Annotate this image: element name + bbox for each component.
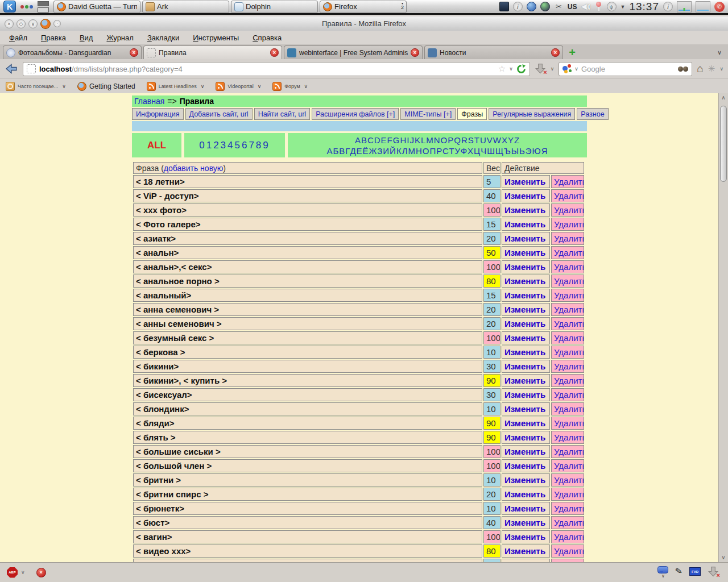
edit-link[interactable]: Изменить [504,305,545,314]
rules-nav-tab[interactable]: Информация [132,108,184,120]
window-menu-button[interactable]: · [53,20,61,27]
delete-link[interactable]: Удалить [554,390,584,400]
delete-link[interactable]: Удалить [554,347,584,357]
launcher-dots-icon[interactable] [20,5,33,9]
stop-download-button[interactable]: × [535,63,546,74]
delete-link[interactable]: Удалить [554,333,584,343]
rules-nav-tab[interactable]: Фразы [457,108,487,120]
filter-cyrillic-links[interactable]: АБВГДЕЁЖЗИЙКЛМНОПРСТУФХЦЧШЩЪЫЬЭЮЯ [326,146,548,156]
info-tray-icon[interactable]: i [513,2,523,11]
delete-link[interactable]: Удалить [554,489,584,499]
delete-link[interactable]: Удалить [554,205,584,215]
delete-link[interactable]: Удалить [554,433,584,442]
menu-item[interactable]: Закладки [147,34,179,42]
rules-nav-tab[interactable]: MIME-типы [+] [400,108,456,120]
tab-close-icon[interactable]: × [270,48,279,57]
delete-link[interactable]: Удалить [554,276,584,286]
edit-link[interactable]: Изменить [504,177,545,186]
edit-link[interactable]: Изменить [504,219,545,229]
edit-link[interactable]: Изменить [504,418,545,428]
kde-start-button[interactable]: K [3,1,16,13]
clock[interactable]: 13:37 [629,1,659,13]
extension-icon[interactable]: ✳ [708,64,715,74]
edit-link[interactable]: Изменить [504,376,545,385]
search-binoculars-icon[interactable] [678,66,688,72]
modem-blocked-icon[interactable]: ✆ [714,2,725,12]
keyboard-layout-indicator[interactable]: US [568,3,577,11]
delete-link[interactable]: Удалить [554,290,584,300]
url-bar[interactable]: localhost/dms/lists/phrase.php?category=… [23,62,530,76]
scrollbar-thumb[interactable] [720,106,727,182]
delete-link[interactable]: Удалить [554,404,584,414]
delete-link[interactable]: Удалить [554,361,584,371]
fvd-downloader-icon[interactable]: FVD [689,567,701,576]
rules-nav-tab[interactable]: Разное [577,108,608,120]
edit-link[interactable]: Изменить [504,205,545,215]
flashblock-icon[interactable]: × [36,568,46,577]
edit-link[interactable]: Изменить [504,347,545,357]
delete-link[interactable]: Удалить [554,532,584,542]
tab-list-chevron-icon[interactable]: ∨ [717,49,725,56]
rules-nav-tab[interactable]: Регулярные выражения [489,108,575,120]
edit-link[interactable]: Изменить [504,447,545,456]
edit-link[interactable]: Изменить [504,433,545,442]
browser-tab[interactable]: webinterface | Free System Administr... … [284,45,423,59]
delete-link[interactable]: Удалить [554,518,584,527]
tab-close-icon[interactable]: × [130,48,138,57]
adblock-chevron-icon[interactable]: ∨ [21,569,25,575]
klipper-scissors-icon[interactable]: ✂ [554,2,564,11]
quill-pen-icon[interactable]: ✎ [675,566,683,577]
filter-latin-links[interactable]: ABCDEFGHIJKLMNOPQRSTUVWXYZ [355,135,520,146]
app-orb-tray-icon[interactable] [540,2,550,11]
delete-link[interactable]: Удалить [554,475,584,485]
delete-link[interactable]: Удалить [554,504,584,513]
delete-link[interactable]: Удалить [554,305,584,314]
delete-link[interactable]: Удалить [554,248,584,257]
bookmark-item[interactable]: Getting Started [77,82,135,91]
edit-link[interactable]: Изменить [504,546,545,556]
task-button[interactable]: Ark [142,1,229,13]
rules-nav-tab[interactable]: Найти сайт, url [254,108,311,120]
edit-link[interactable]: Изменить [504,248,545,257]
edit-link[interactable]: Изменить [504,262,545,272]
terminal-tray-icon[interactable] [499,2,509,11]
browser-tab[interactable]: Фотоальбомы - Dansguardian × [3,45,142,59]
bookmark-item[interactable]: Форум [272,82,308,91]
delete-link[interactable]: Удалить [554,546,584,556]
rules-nav-tab[interactable]: Добавить сайт, url [185,108,253,120]
edit-link[interactable]: Изменить [504,518,545,527]
scroll-down-arrow-icon[interactable]: ∨ [719,554,728,561]
edit-link[interactable]: Изменить [504,475,545,485]
url-text[interactable]: localhost/dms/lists/phrase.php?category=… [39,65,495,73]
edit-link[interactable]: Изменить [504,290,545,300]
delete-link[interactable]: Удалить [554,461,584,471]
delete-link[interactable]: Удалить [554,262,584,272]
filter-digits-links[interactable]: 0123456789 [184,133,285,157]
filter-all-link[interactable]: ALL [132,133,181,157]
scroll-up-arrow-icon[interactable]: ∧ [719,94,728,101]
edit-link[interactable]: Изменить [504,404,545,414]
url-dropdown-chevron-icon[interactable]: ∨ [509,66,513,72]
edit-link[interactable]: Изменить [504,333,545,343]
edit-link[interactable]: Изменить [504,489,545,499]
delete-link[interactable]: Удалить [554,177,584,186]
edit-link[interactable]: Изменить [504,234,545,243]
network-monitor-graph[interactable] [696,1,710,13]
bookmark-item[interactable]: Часто посещае... [6,82,66,91]
usb-device-icon[interactable]: ψ [607,2,617,11]
download-chevron-icon[interactable]: ∨ [551,66,555,72]
delete-link[interactable]: Удалить [554,447,584,456]
task-button[interactable]: David Guetta — Turn Me [53,1,140,13]
edit-link[interactable]: Изменить [504,361,545,371]
add-new-phrase-link[interactable]: добавить новую [164,164,223,173]
window-minimize-button[interactable]: ∨ [28,19,38,28]
delete-link[interactable]: Удалить [554,319,584,329]
delete-link[interactable]: Удалить [554,376,584,385]
bookmark-item[interactable]: Latest Headlines [147,82,205,91]
tab-close-icon[interactable]: × [551,48,560,57]
edit-link[interactable]: Изменить [504,504,545,513]
home-button[interactable]: ⌂ [697,63,703,75]
comment-bubble-widget[interactable]: ∨ [657,566,668,579]
desktop-pager[interactable] [38,1,49,13]
filter-letters-links[interactable]: ABCDEFGHIJKLMNOPQRSTUVWXYZ АБВГДЕЁЖЗИЙКЛ… [288,133,587,157]
